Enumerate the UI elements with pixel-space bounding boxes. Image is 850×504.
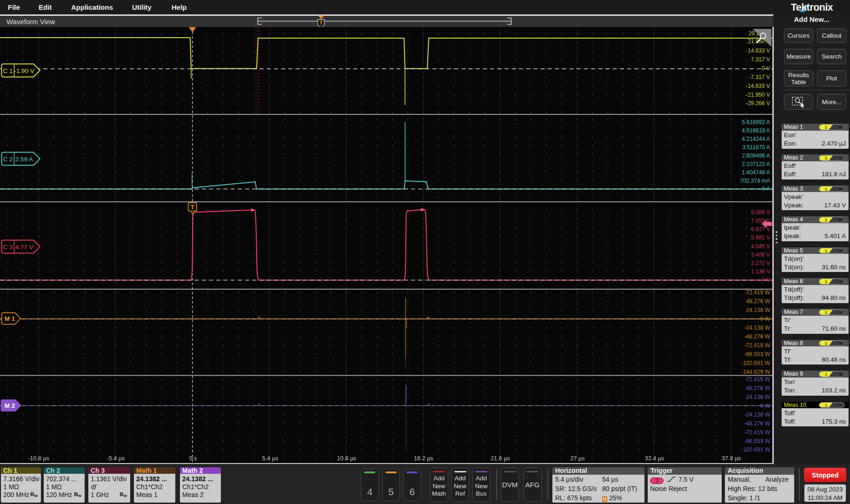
svg-text:0 s: 0 s [189, 455, 197, 462]
svg-text:48.276 W: 48.276 W [746, 298, 770, 305]
svg-text:72.415 W: 72.415 W [746, 376, 770, 383]
svg-text:C 2: C 2 [3, 156, 13, 163]
svg-text:-72.415 W: -72.415 W [744, 429, 770, 436]
svg-text:7.317 V: 7.317 V [751, 56, 770, 63]
svg-text:2.272 V: 2.272 V [751, 260, 770, 266]
svg-text:-21.950 V: -21.950 V [746, 92, 770, 98]
svg-text:4.916618 A: 4.916618 A [742, 127, 770, 134]
svg-text:0 V: 0 V [762, 277, 770, 283]
svg-text:-120.691 W: -120.691 W [741, 446, 770, 453]
svg-text:1.404748 A: 1.404748 A [742, 169, 770, 176]
svg-text:10.8 µs: 10.8 µs [337, 455, 356, 462]
svg-text:5.618992 A: 5.618992 A [742, 119, 770, 126]
svg-text:37.8 µs: 37.8 µs [722, 455, 741, 462]
svg-text:24.138 W: 24.138 W [746, 394, 770, 400]
svg-text:0 W: 0 W [760, 316, 770, 322]
svg-text:-10.8 µs: -10.8 µs [28, 455, 49, 462]
svg-text:-7.317 V: -7.317 V [749, 74, 770, 80]
svg-text:M 1: M 1 [5, 315, 15, 322]
svg-text:3.511870 A: 3.511870 A [742, 144, 770, 151]
svg-text:21.6 µs: 21.6 µs [491, 455, 510, 462]
svg-text:-5.4 µs: -5.4 µs [107, 455, 125, 462]
svg-text:2.107122 A: 2.107122 A [742, 161, 770, 167]
svg-text:-14.633 V: -14.633 V [746, 83, 770, 89]
svg-text:14.633 V: 14.633 V [748, 47, 770, 54]
svg-text:72.415 W: 72.415 W [746, 289, 770, 296]
svg-text:9.089 V: 9.089 V [751, 209, 770, 216]
svg-text:T: T [319, 20, 323, 26]
svg-text:-96.553 W: -96.553 W [744, 351, 770, 358]
svg-text:-96.553 W: -96.553 W [744, 438, 770, 444]
svg-text:4.77 V: 4.77 V [15, 244, 33, 251]
svg-text:16.2 µs: 16.2 µs [414, 455, 433, 462]
svg-text:-24.138 W: -24.138 W [744, 325, 770, 331]
svg-text:-29.266 V: -29.266 V [746, 100, 770, 106]
svg-text:2.59 A: 2.59 A [15, 156, 33, 163]
svg-text:48.276 W: 48.276 W [746, 385, 770, 391]
svg-text:M 2: M 2 [5, 402, 15, 409]
svg-text:24.138 W: 24.138 W [746, 307, 770, 313]
svg-text:-144.829 W: -144.829 W [741, 369, 770, 375]
svg-text:C 1: C 1 [3, 67, 13, 74]
svg-text:5.4 µs: 5.4 µs [262, 455, 278, 462]
svg-text:0 V: 0 V [762, 65, 770, 72]
svg-text:27 µs: 27 µs [571, 455, 585, 462]
svg-text:-48.276 W: -48.276 W [744, 420, 770, 427]
svg-text:4.545 V: 4.545 V [751, 243, 770, 250]
svg-text:-1.90 V: -1.90 V [14, 67, 34, 74]
svg-text:1.136 V: 1.136 V [751, 268, 770, 275]
svg-text:-120.691 W: -120.691 W [741, 360, 770, 366]
svg-text:T: T [191, 204, 194, 211]
svg-text:-24.138 W: -24.138 W [744, 411, 770, 418]
svg-text:32.4 µs: 32.4 µs [645, 455, 664, 462]
svg-text:4.214244 A: 4.214244 A [742, 136, 770, 142]
svg-text:-48.276 W: -48.276 W [744, 333, 770, 340]
svg-text:702.374 mA: 702.374 mA [740, 178, 770, 184]
svg-text:0 W: 0 W [760, 403, 770, 409]
svg-text:0 A: 0 A [762, 186, 770, 192]
svg-text:6.817 V: 6.817 V [751, 226, 770, 232]
svg-text:5.681 V: 5.681 V [751, 234, 770, 241]
svg-text:-72.415 W: -72.415 W [744, 342, 770, 349]
svg-text:3.408 V: 3.408 V [751, 252, 770, 258]
svg-text:2.809496 A: 2.809496 A [742, 153, 770, 159]
svg-text:C 3: C 3 [3, 244, 13, 251]
